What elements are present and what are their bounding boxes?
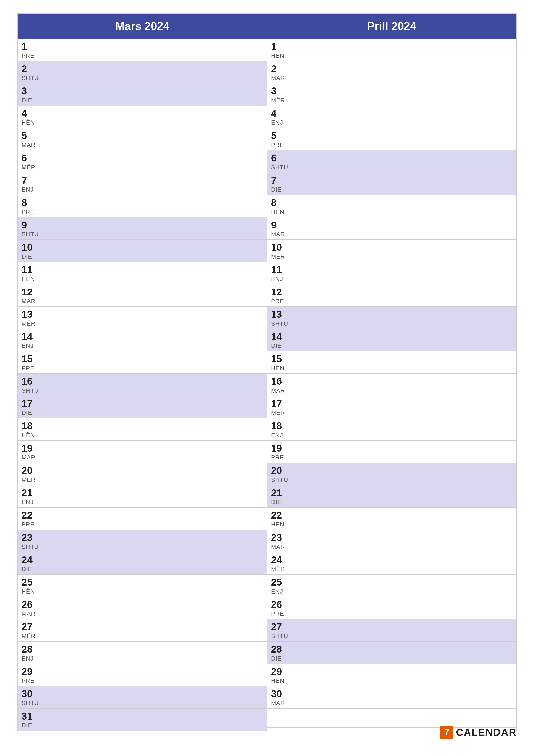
day-number: 31 — [21, 711, 263, 722]
day-number: 5 — [21, 130, 263, 141]
day-number: 12 — [21, 286, 263, 298]
day-number: 1 — [21, 41, 263, 52]
day-name: DIE — [271, 499, 513, 505]
mars-day-9: 9SHTU — [18, 217, 267, 240]
mars-day-26: 26MAR — [18, 597, 267, 619]
day-number: 2 — [21, 63, 263, 74]
day-number: 30 — [21, 688, 263, 699]
day-number: 9 — [271, 220, 513, 230]
day-number: 24 — [21, 554, 263, 565]
day-name: SHTU — [271, 164, 513, 171]
mars-day-19: 19MAR — [18, 441, 267, 463]
day-name: HËN — [21, 119, 263, 126]
mars-day-16: 16SHTU — [18, 374, 267, 396]
mars-day-5: 5MAR — [18, 128, 267, 150]
prill-day-19: 19PRE — [267, 441, 517, 463]
day-name: PRE — [21, 365, 263, 372]
prill-day-10: 10MËR — [267, 240, 517, 262]
prill-day-12: 12PRE — [267, 284, 517, 307]
day-name: HËN — [271, 52, 513, 59]
prill-column: 1HËN2MAR3MËR4ENJ5PRE6SHTU7DIE8HËN9MAR10M… — [267, 39, 517, 731]
day-number: 14 — [21, 331, 263, 342]
day-name: MËR — [21, 320, 263, 327]
day-name: SHTU — [21, 700, 263, 707]
prill-day-2: 2MAR — [267, 61, 517, 84]
day-number: 25 — [271, 577, 513, 588]
day-number: 8 — [21, 197, 263, 208]
day-name: HËN — [271, 521, 513, 528]
mars-day-14: 14ENJ — [18, 329, 267, 351]
day-number: 10 — [271, 242, 513, 253]
day-number: 16 — [21, 376, 263, 387]
day-name: PRE — [21, 209, 263, 216]
prill-day-7: 7DIE — [267, 173, 517, 195]
day-number: 24 — [271, 554, 513, 565]
day-name: DIE — [21, 97, 263, 104]
mars-day-20: 20MËR — [18, 463, 267, 485]
day-number: 29 — [271, 666, 513, 677]
day-number: 22 — [271, 510, 513, 521]
mars-day-7: 7ENJ — [18, 173, 267, 195]
day-number: 25 — [21, 577, 263, 588]
day-name: SHTU — [21, 544, 263, 551]
mars-day-6: 6MËR — [18, 150, 267, 173]
mars-day-4: 4HËN — [18, 106, 267, 128]
prill-day-11: 11ENJ — [267, 262, 517, 284]
day-name: MËR — [271, 97, 513, 104]
day-number: 10 — [21, 242, 263, 253]
calendar-grid: Mars 2024 Prill 2024 1PRE2SHTU3DIE4HËN5M… — [17, 13, 517, 731]
day-name: HËN — [271, 365, 513, 372]
day-number: 14 — [271, 331, 513, 342]
prill-day-13: 13SHTU — [267, 307, 517, 329]
day-name: HËN — [21, 432, 263, 439]
prill-day-8: 8HËN — [267, 195, 517, 217]
prill-day-9: 9MAR — [267, 217, 517, 240]
day-number: 20 — [271, 465, 513, 476]
day-name: ENJ — [21, 342, 263, 349]
prill-day-29: 29HËN — [267, 664, 517, 687]
day-name: PRE — [21, 52, 263, 59]
day-name: DIE — [271, 342, 513, 349]
day-number: 9 — [21, 220, 263, 230]
mars-day-12: 12MAR — [18, 284, 267, 307]
footer-calendar-label: CALENDAR — [456, 726, 517, 738]
day-name: MËR — [21, 633, 263, 640]
mars-day-29: 29PRE — [18, 664, 267, 687]
day-name: SHTU — [271, 320, 513, 327]
prill-empty-row — [267, 709, 517, 728]
day-number: 12 — [271, 286, 513, 298]
day-number: 13 — [271, 309, 513, 320]
day-name: DIE — [21, 410, 263, 417]
day-name: MAR — [21, 298, 263, 305]
mars-day-25: 25HËN — [18, 575, 267, 597]
day-name: SHTU — [271, 633, 513, 640]
prill-day-17: 17MËR — [267, 396, 517, 418]
day-number: 6 — [21, 152, 263, 164]
day-name: ENJ — [271, 588, 513, 595]
day-number: 21 — [21, 487, 263, 499]
day-number: 2 — [271, 63, 513, 74]
day-name: DIE — [271, 655, 513, 662]
prill-day-28: 28DIE — [267, 641, 517, 664]
day-name: MËR — [271, 410, 513, 417]
day-number: 7 — [271, 175, 513, 186]
day-name: SHTU — [271, 476, 513, 483]
day-name: MAR — [21, 610, 263, 617]
day-name: MAR — [271, 231, 513, 238]
day-number: 15 — [271, 353, 513, 364]
day-number: 4 — [21, 108, 263, 119]
day-number: 7 — [21, 175, 263, 186]
day-number: 28 — [21, 644, 263, 655]
day-number: 19 — [21, 443, 263, 454]
mars-day-31: 31DIE — [18, 709, 267, 731]
day-number: 17 — [21, 398, 263, 409]
mars-day-23: 23SHTU — [18, 530, 267, 552]
prill-day-16: 16MAR — [267, 374, 517, 396]
day-name: MAR — [271, 387, 513, 394]
mars-day-18: 18HËN — [18, 418, 267, 441]
day-name: MËR — [271, 566, 513, 573]
day-number: 11 — [271, 264, 513, 275]
day-name: ENJ — [21, 655, 263, 662]
day-number: 18 — [271, 420, 513, 431]
day-name: ENJ — [21, 186, 263, 193]
